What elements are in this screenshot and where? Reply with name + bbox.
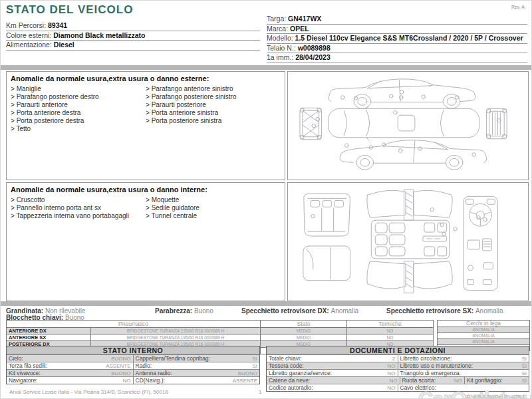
exterior-anomalies-heading: Anomalie da normale usura,extra usura o …: [7, 72, 285, 84]
damage-dot: [398, 149, 402, 153]
dashboard-view: [464, 196, 498, 290]
item-value: NO: [388, 363, 396, 369]
item-value: NO: [388, 385, 396, 391]
exterior-anomalies-col1: ManiglieParafango posteriore destroParau…: [11, 85, 146, 133]
cabin-floor-view: [367, 190, 452, 293]
interior-anomalies-columns: CruscottoPannello interno porta ant sxTa…: [7, 195, 285, 221]
item-label: Libretto uso e manutenzione:: [400, 362, 473, 369]
anomaly-item: Parafango posteriore destro: [11, 93, 146, 101]
tyre-row: ANTERIORE DX BRIDGESTONE TURANZA 195/60 …: [7, 328, 434, 334]
damage-dot: [454, 227, 458, 231]
exterior-anomalies-columns: ManiglieParafango posteriore destroParau…: [7, 84, 285, 134]
document-id: ID No.9LJ-JBcd7a | GN417WX: [466, 394, 525, 399]
tyre-position: ANTERIORE DX: [7, 328, 91, 334]
label-value-pair: Antenna radio:BUONO: [134, 370, 260, 376]
car-rear-view: [487, 108, 507, 138]
damage-dot: [455, 96, 459, 100]
exterior-anomalies-col2: Parafango anteriore sinistroParafango po…: [146, 85, 281, 133]
damage-dot: [418, 147, 422, 151]
documenti-title: DOCUMENTI E DOTAZIONI: [267, 346, 529, 355]
field-row: Marca: OPEL: [267, 25, 527, 35]
table-row: Totale chiavi:2 Libretto circolazione:SI: [267, 355, 529, 362]
item-value: NO: [454, 378, 462, 384]
tyre-spec: BRIDGESTONE TURANZA 195/60 R16 000/089 H: [91, 328, 261, 334]
field-value: 28/04/2023: [295, 53, 331, 61]
tyre-termiche: NO: [347, 328, 434, 334]
tyre-position: ANTERIORE SX: [7, 334, 91, 341]
damage-dot: [390, 94, 394, 98]
interior-diagram-panel: [287, 182, 529, 301]
field-value: 89341: [48, 21, 67, 29]
label-value-pair: Kit vivavoce:BUONO: [7, 370, 134, 376]
rear-seatback-view: [304, 194, 350, 236]
status-specchietto-dx: Specchietto retrovisore DX: Anomalia: [241, 307, 358, 315]
damage-dot: [311, 214, 315, 218]
anomaly-item: Porta posteriore sinistra: [146, 117, 281, 125]
stato-interno-table: STATO INTERNO Cielo:BUONO Cappelliera/Te…: [6, 346, 260, 384]
car-front-view: [300, 108, 322, 139]
column-header-stato: Stato: [261, 321, 347, 328]
tyre-stato: MEDIO: [261, 334, 347, 341]
damage-dot: [312, 124, 316, 128]
label-value-pair: Catene da neve:NO: [267, 377, 400, 384]
damage-dot: [442, 232, 446, 236]
status-value: Buono: [194, 307, 213, 315]
damage-dot: [440, 223, 444, 227]
status-label: Specchietto retrovisore SX:: [386, 307, 475, 315]
item-value: SI: [521, 356, 527, 362]
damage-dot: [483, 217, 487, 221]
anomaly-item: Porta posteriore destra: [11, 117, 146, 125]
field-row: Alimentazione: Diesel: [6, 41, 260, 51]
field-label: Km Percorsi:: [6, 21, 48, 29]
field-label: Targa:: [267, 15, 288, 23]
item-label: Ruota scorta:: [402, 377, 436, 384]
damage-dot: [399, 96, 403, 100]
status-value: Anomalia: [475, 307, 503, 315]
table-row: Catene da neve:NO Ruota scorta:NO Kit go…: [267, 377, 529, 384]
item-value: NO: [390, 378, 398, 384]
item-value: SI: [521, 378, 527, 384]
anomaly-item: Tetto: [11, 125, 146, 133]
table-row: Navigatore:NO CD(Navig.):ASSENTE: [7, 377, 259, 384]
tyre-spec: BRIDGESTONE TURANZA 195/60 R16 000/089 H: [91, 334, 261, 341]
trunk-view: [303, 246, 350, 281]
status-label: Specchietto retrovisore DX:: [241, 307, 331, 315]
item-label: Cielo:: [9, 355, 23, 362]
field-value: w0089898: [298, 44, 331, 52]
field-value: Diamond Black metallizzato: [53, 31, 145, 39]
table-row: Terza fila sedili:ASSENTE Radio:SI: [7, 362, 259, 370]
field-label: 1a imm.:: [267, 53, 295, 61]
interior-anomalies-heading: Anomalie da normale usura,extra usura o …: [7, 183, 285, 195]
label-value-pair: Terza fila sedili:ASSENTE: [7, 362, 134, 369]
interior-anomalies-panel: Anomalie da normale usura,extra usura o …: [6, 182, 285, 301]
anomaly-item: Moquette: [146, 196, 281, 204]
label-value-pair-double: Ruota scorta:NO Kit gonfiaggio:SI: [400, 377, 529, 384]
table-row: Libretto garanzia/service:NO Triangolo d…: [267, 370, 529, 377]
revision-label: Rev. A: [511, 5, 525, 9]
column-header-termiche: Termiche: [347, 321, 434, 328]
damage-dot: [393, 110, 397, 114]
anomaly-item: Paraurti anteriore: [11, 101, 146, 109]
label-value-pair: Totale chiavi:2: [267, 355, 398, 362]
item-label: Cappelliera/Tendina copribag:: [136, 355, 210, 362]
vehicle-condition-report: STATO DEL VEICOLO Rev. A Km Percorsi: 89…: [0, 0, 532, 399]
interior-anomalies-col2: MoquetteSedile guidatoreTunnel centrale: [146, 196, 281, 220]
status-specchietto-sx: Specchietto retrovisore SX: Anomalia: [386, 307, 503, 315]
field-label: Marca:: [267, 25, 290, 33]
item-value: SI: [252, 363, 257, 369]
label-value-pair: Cappelliera/Tendina copribag:SI: [134, 355, 260, 362]
anomaly-item: Porta anteriore destra: [11, 109, 146, 117]
exterior-car-diagram: [288, 72, 528, 180]
field-row: Km Percorsi: 89341: [6, 21, 260, 31]
anomaly-item: Pannello interno porta ant sx: [11, 204, 146, 212]
item-label: Catene da neve:: [269, 377, 310, 384]
damage-dot: [344, 144, 348, 148]
status-label: Parabrezza:: [155, 307, 194, 315]
anomaly-item: Sedile guidatore: [146, 204, 281, 212]
stato-interno-rows: Cielo:BUONO Cappelliera/Tendina copribag…: [7, 355, 259, 384]
sub-pair: Ruota scorta:NO: [400, 377, 465, 384]
item-value: BUONO: [238, 370, 257, 376]
damage-dot: [472, 153, 476, 157]
field-row: 1a imm.: 28/04/2023: [267, 53, 527, 63]
anomaly-item: Maniglie: [11, 85, 146, 93]
